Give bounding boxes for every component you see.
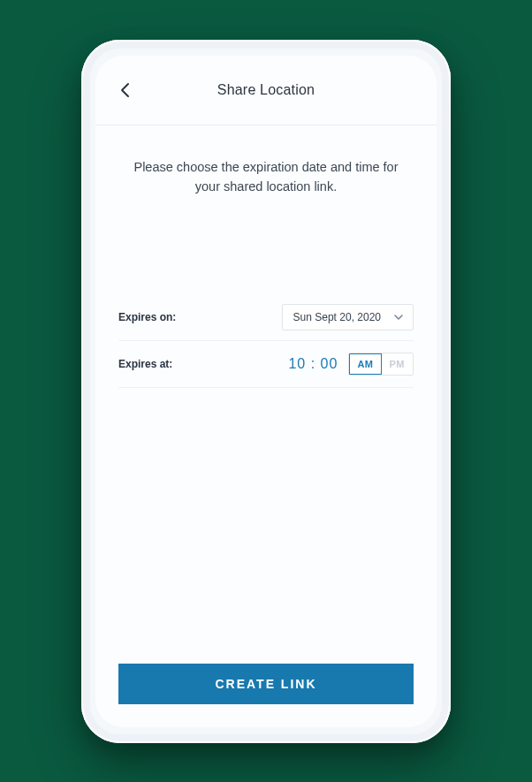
ampm-toggle: AM PM <box>348 353 414 376</box>
screen: Share Location Please choose the expirat… <box>95 56 437 727</box>
row-expires-at: Expires at: 10 : 00 AM PM <box>118 341 414 388</box>
expires-on-select[interactable]: Sun Sept 20, 2020 <box>282 304 414 330</box>
expires-at-label: Expires at: <box>118 358 172 370</box>
time-picker: 10 : 00 AM PM <box>288 353 414 376</box>
form-rows: Expires on: Sun Sept 20, 2020 Expires at… <box>118 294 414 388</box>
expires-on-value: Sun Sept 20, 2020 <box>293 311 381 323</box>
content: Please choose the expiration date and ti… <box>95 125 437 664</box>
chevron-down-icon <box>393 313 404 322</box>
pm-button[interactable]: PM <box>382 353 414 375</box>
intro-text: Please choose the expiration date and ti… <box>118 125 414 197</box>
row-expires-on: Expires on: Sun Sept 20, 2020 <box>118 294 414 341</box>
page-title: Share Location <box>217 82 315 98</box>
time-value[interactable]: 10 : 00 <box>288 356 338 372</box>
header: Share Location <box>95 56 437 125</box>
am-button[interactable]: AM <box>349 353 381 375</box>
chevron-left-icon <box>119 82 132 98</box>
create-link-button[interactable]: CREATE LINK <box>118 664 414 704</box>
expires-on-label: Expires on: <box>118 311 176 323</box>
back-button[interactable] <box>113 78 138 102</box>
phone-frame: Share Location Please choose the expirat… <box>81 40 451 743</box>
footer: CREATE LINK <box>95 664 437 727</box>
